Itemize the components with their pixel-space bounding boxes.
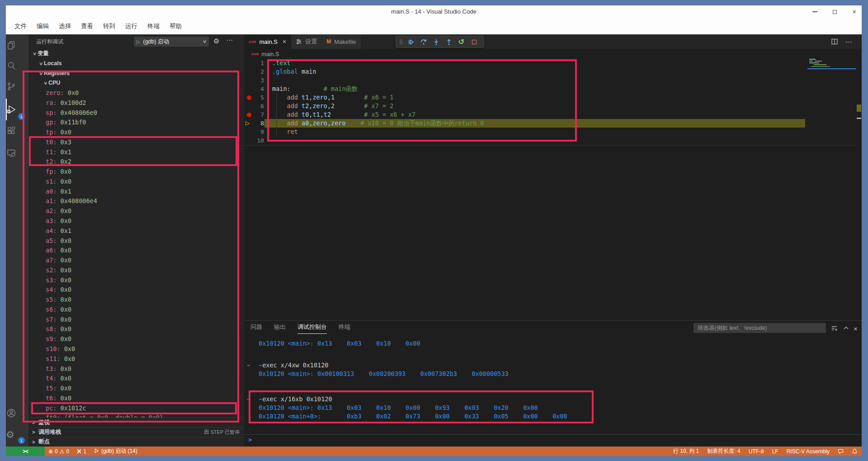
register-row-a0[interactable]: a0: 0x1 xyxy=(28,187,244,197)
panel-tab-输出[interactable]: 输出 xyxy=(274,323,286,334)
restart-button[interactable]: ↺ xyxy=(458,38,465,46)
tab-设置[interactable]: 设置 xyxy=(291,34,322,49)
source-control-icon[interactable] xyxy=(6,81,17,92)
tree-row-CPU[interactable]: >CPU xyxy=(28,78,244,88)
step-over-button[interactable] xyxy=(420,38,427,46)
register-row-zero[interactable]: zero: 0x0 xyxy=(28,88,244,98)
register-row-t2[interactable]: t2: 0x2 xyxy=(28,157,244,167)
menu-item-编辑[interactable]: 编辑 xyxy=(32,22,54,30)
sidebar-more-actions-icon[interactable]: ⋯ xyxy=(226,36,233,44)
code-line-2[interactable]: 2.global main xyxy=(244,67,856,76)
code-line-5[interactable]: 5 add t1,zero,1 # x6 = 1 xyxy=(244,93,856,102)
chevron-expanded-icon[interactable]: > xyxy=(29,51,39,57)
split-editor-icon[interactable] xyxy=(831,38,838,47)
start-debug-icon[interactable]: ▷ xyxy=(137,39,140,45)
console-filter-input[interactable] xyxy=(693,323,826,333)
cursor-position-status[interactable]: 行 10, 列 1 xyxy=(669,447,703,456)
register-row-ra[interactable]: ra: 0x100d2 xyxy=(28,98,244,108)
register-row-t6[interactable]: t6: 0x0 xyxy=(28,394,244,404)
chevron-collapsed-icon[interactable]: > xyxy=(32,429,38,435)
breadcrumb-file[interactable]: main.S xyxy=(261,51,279,57)
code-line-9[interactable]: 9 ret xyxy=(244,128,856,136)
menu-item-查看[interactable]: 查看 xyxy=(76,22,98,30)
register-row-a5[interactable]: a5: 0x0 xyxy=(28,236,244,246)
register-row-gp[interactable]: gp: 0x11bf0 xyxy=(28,118,244,128)
more-actions-icon[interactable]: ⋯ xyxy=(845,38,852,47)
settings-gear-icon[interactable]: ⚙ xyxy=(6,429,17,440)
register-row-s11[interactable]: s11: 0x0 xyxy=(28,354,244,364)
stop-button[interactable] xyxy=(470,38,478,46)
menu-item-文件[interactable]: 文件 xyxy=(9,22,32,30)
code-line-8[interactable]: ▷8 add a0,zero,zero # x10 = 0 相当于main函数中… xyxy=(244,119,856,128)
register-row-a1[interactable]: a1: 0x408006e4 xyxy=(28,196,244,206)
debug-config-dropdown[interactable]: ▷ (gdb) 启动 > xyxy=(134,37,209,47)
remote-indicator[interactable]: >< xyxy=(6,447,45,456)
register-row-s3[interactable]: s3: 0x0 xyxy=(28,276,244,285)
explorer-icon[interactable] xyxy=(6,40,17,51)
chevron-expanded-icon[interactable]: > xyxy=(40,80,50,86)
code-line-4[interactable]: 4main: # main函数 xyxy=(244,85,856,93)
restore-icon[interactable] xyxy=(833,10,837,14)
eol-status[interactable]: LF xyxy=(768,447,783,456)
account-icon[interactable] xyxy=(6,408,17,418)
code-line-7[interactable]: 7 add t0,t1,t2 # x5 = x6 + x7 xyxy=(244,110,856,119)
tree-row-Registers[interactable]: >Registers xyxy=(28,69,244,79)
problems-status[interactable]: ⊗ 0 ⚠ 0 xyxy=(45,447,73,456)
register-row-pc[interactable]: pc: 0x1012c xyxy=(28,404,244,413)
register-row-tp[interactable]: tp: 0x0 xyxy=(28,128,244,138)
register-row-a3[interactable]: a3: 0x0 xyxy=(28,216,244,226)
code-line-1[interactable]: 1.text xyxy=(244,59,856,67)
tab-main.S[interactable]: ASMmain.S× xyxy=(244,34,291,49)
breakpoint-icon[interactable] xyxy=(247,113,251,117)
breadcrumb[interactable]: ASM main.S xyxy=(244,49,862,59)
language-mode-status[interactable]: RISC-V Assembly xyxy=(783,447,834,456)
minimap[interactable] xyxy=(809,59,816,60)
register-row-a2[interactable]: a2: 0x0 xyxy=(28,206,244,216)
register-row-s1[interactable]: s1: 0x0 xyxy=(28,177,244,187)
sidebar-section-调用堆栈[interactable]: >调用堆栈因 STEP 已暂停 xyxy=(28,427,244,437)
close-icon[interactable]: × xyxy=(852,5,856,18)
extensions-icon[interactable] xyxy=(6,125,17,136)
register-row-s2[interactable]: s2: 0x0 xyxy=(28,266,244,276)
register-row-t0[interactable]: t0: 0x3 xyxy=(28,138,244,147)
indentation-status[interactable]: 制表符长度: 4 xyxy=(703,447,744,456)
notifications-bell-icon[interactable] xyxy=(848,447,862,456)
register-row-a6[interactable]: a6: 0x0 xyxy=(28,246,244,256)
close-panel-icon[interactable]: × xyxy=(854,325,858,333)
tree-row-变量[interactable]: >变量 xyxy=(28,49,244,59)
menu-item-帮助[interactable]: 帮助 xyxy=(165,22,187,30)
register-row-s9[interactable]: s9: 0x0 xyxy=(28,334,244,344)
register-row-s4[interactable]: s4: 0x0 xyxy=(28,285,244,295)
encoding-status[interactable]: UTF-8 xyxy=(745,447,768,456)
register-row-s8[interactable]: s8: 0x0 xyxy=(28,324,244,334)
maximize-panel-icon[interactable] xyxy=(843,325,849,333)
toolbar-grip[interactable]: ⣿ xyxy=(399,39,402,45)
register-row-ft0-partial[interactable]: ft0: {float = 0x0, double = 0x0} xyxy=(28,413,244,418)
code-line-6[interactable]: 6 add t2,zero,2 # x7 = 2 xyxy=(244,102,856,110)
panel-tab-问题[interactable]: 问题 xyxy=(250,323,262,334)
clear-console-icon[interactable] xyxy=(831,325,838,333)
debug-settings-gear-icon[interactable]: ⚙ xyxy=(213,37,219,45)
sidebar-section-断点[interactable]: >断点 xyxy=(28,437,244,447)
tools-status[interactable]: 1 xyxy=(73,447,90,456)
register-row-sp[interactable]: sp: 0x408006e0 xyxy=(28,108,244,118)
minimize-icon[interactable] xyxy=(812,11,817,12)
register-row-s7[interactable]: s7: 0x0 xyxy=(28,315,244,325)
code-line-10[interactable]: 10 xyxy=(244,136,856,145)
register-row-a7[interactable]: a7: 0x0 xyxy=(28,256,244,266)
run-and-debug-icon[interactable] xyxy=(6,104,17,115)
register-row-t3[interactable]: t3: 0x0 xyxy=(28,364,244,374)
search-icon[interactable] xyxy=(6,60,17,71)
debug-session-status[interactable]: (gdb) 启动 (14) xyxy=(90,447,141,456)
continue-button[interactable] xyxy=(407,38,415,46)
panel-tab-调试控制台[interactable]: 调试控制台 xyxy=(297,323,327,334)
chevron-collapsed-icon[interactable]: > xyxy=(32,420,38,425)
register-row-t5[interactable]: t5: 0x0 xyxy=(28,384,244,394)
menu-item-选择[interactable]: 选择 xyxy=(54,22,76,30)
register-row-t1[interactable]: t1: 0x1 xyxy=(28,147,244,157)
tab-Makefile[interactable]: MMakefile xyxy=(322,34,361,49)
tree-row-Locals[interactable]: >Locals xyxy=(28,59,244,69)
remote-explorer-icon[interactable] xyxy=(6,147,17,158)
register-row-fp[interactable]: fp: 0x0 xyxy=(28,167,244,177)
register-row-a4[interactable]: a4: 0x1 xyxy=(28,226,244,236)
